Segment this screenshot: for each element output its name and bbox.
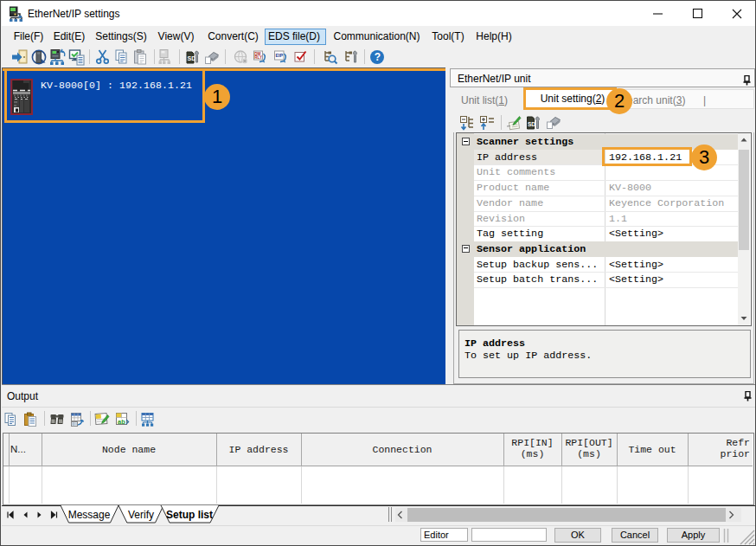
svg-text:EIP: EIP [275, 53, 283, 58]
svg-text:SD: SD [188, 55, 196, 61]
svg-text:?: ? [375, 51, 381, 63]
svg-text:Verify: Verify [128, 509, 154, 521]
svg-text:ab: ab [118, 418, 125, 426]
svg-text:RLY: RLY [254, 55, 262, 60]
svg-text:Setup list: Setup list [166, 509, 213, 521]
svg-text:SD: SD [528, 121, 535, 127]
svg-text:Message: Message [68, 509, 111, 521]
